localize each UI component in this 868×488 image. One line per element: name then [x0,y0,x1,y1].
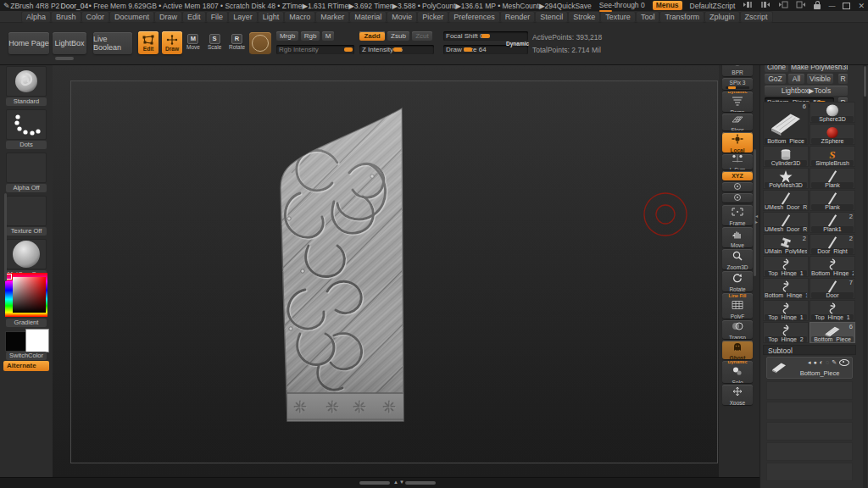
tool-grid-item-umesh_door_rig[interactable]: UMesh_Door_Rig [763,190,809,211]
left-shelf-scrollbar[interactable] [4,193,7,281]
menu-stencil[interactable]: Stencil [536,12,567,22]
tool-palette-scrollbar[interactable] [863,24,867,488]
edit-mode-button[interactable]: Edit [138,31,159,54]
lock-icon[interactable] [814,4,821,9]
dynamic-toggle[interactable]: Dynamic [506,41,529,47]
draw-mode-button[interactable]: Draw [162,31,182,54]
menu-zplugin[interactable]: Zplugin [705,12,739,22]
close-button[interactable]: ✕ [858,2,865,10]
default-zscript-button[interactable]: DefaultZScript [690,2,736,10]
menu-marker[interactable]: Marker [316,12,348,22]
current-brush-preview[interactable] [249,32,271,54]
subtool-empty-slot[interactable] [766,442,853,461]
focal-shift-slider[interactable]: Focal Shift 0 [443,31,528,41]
minimize-button[interactable]: — [828,2,835,10]
solo-button[interactable]: DynamicSolo [722,361,753,383]
zadd-button[interactable]: Zadd [359,31,385,41]
tray-arrows-icon[interactable]: ▲▼ [393,480,405,485]
right-shelf-scrollbar[interactable] [754,149,756,276]
divider-left-icon[interactable] [778,1,788,10]
subtool-item[interactable]: ◂ ● ◐ ◌ ✎ Bottom_Piece [766,357,853,379]
menu-draw[interactable]: Draw [155,12,181,22]
menu-picker[interactable]: Picker [418,12,448,22]
xpose-button[interactable]: Xpose [722,385,753,405]
tool-grid-item-bottom_piece[interactable]: 6Bottom_Piece [810,322,855,343]
draw-size-knob[interactable] [464,47,472,52]
zoom3d-button[interactable]: Zoom3D [722,249,753,269]
l-sym-button[interactable]: L.Sym [722,154,753,169]
scale-mode-button[interactable]: S Scale [208,34,221,50]
polypaint-half-icon[interactable]: ◐ [820,359,823,366]
rotate-mode-button[interactable]: R Rotate [229,34,245,50]
move-mode-button[interactable]: M Move [186,34,200,50]
goz-visible-button[interactable]: Visible [807,74,833,84]
rgb-intensity-knob[interactable] [344,47,353,52]
gradient-label[interactable]: Gradient [6,319,47,327]
quicksave-button[interactable]: QuickSave [557,2,592,10]
menu-transform[interactable]: Transform [660,12,704,22]
floor-button[interactable]: Floor [722,114,753,130]
sidebar-item-standard[interactable]: Standard [6,66,47,106]
color-picker[interactable] [5,273,47,317]
menu-color[interactable]: Color [82,12,109,22]
maximize-button[interactable] [843,3,850,9]
xyz-button[interactable]: XYZ [722,171,753,180]
tool-grid-item-bottom_piece[interactable]: 6Bottom_Piece [763,102,809,145]
tool-grid-item-top_hinge_2[interactable]: Top_Hinge_2 [763,322,809,343]
tool-grid-item-cylinder3d[interactable]: Cylinder3D [763,146,809,167]
tool-grid-item-polymesh3d[interactable]: PolyMesh3D [763,168,809,189]
menu-movie[interactable]: Movie [387,12,416,22]
switch-color-label[interactable]: SwitchColor [6,352,47,360]
menu-layer[interactable]: Layer [229,12,257,22]
tray-handle-right[interactable] [405,481,436,485]
edit-pen-icon[interactable]: ✎ [832,359,837,366]
zsub-button[interactable]: Zsub [387,31,409,41]
menu-material[interactable]: Material [350,12,386,22]
lightbox-tray-handle[interactable] [55,57,74,60]
sidebar-item-dots[interactable]: Dots [6,109,47,149]
menus-toggle-button[interactable]: Menus [653,1,682,10]
tool-grid-item-zsphere[interactable]: ZSphere [810,124,855,145]
alternate-button[interactable]: Alternate [3,361,49,371]
goz-all-button[interactable]: All [788,74,804,84]
menu-texture[interactable]: Texture [601,12,635,22]
zcut-button[interactable]: Zcut [412,31,432,41]
home-page-button[interactable]: Home Page [8,32,49,54]
tray-handle-left[interactable] [359,481,390,485]
transp-button[interactable]: Transp [722,320,753,339]
z-intensity-slider[interactable]: Z Intensity 25 [359,45,434,54]
subtool-empty-slot[interactable] [766,463,853,481]
goz-button[interactable]: GoZ [765,74,786,84]
menu-file[interactable]: File [207,12,228,22]
tool-grid-item-door_right[interactable]: 2Door_Right [810,234,855,255]
frame-button[interactable]: Frame [722,205,753,225]
sidebar-item-alpha-off[interactable]: Alpha Off [6,152,47,192]
z-intensity-knob[interactable] [393,47,402,52]
color-sv-area[interactable] [13,277,46,313]
polypaint-on-icon[interactable]: ● [813,359,816,366]
m-button[interactable]: M [322,31,334,41]
spix-3-button[interactable]: SPix 3 [722,78,753,90]
tool-grid-item-plank[interactable]: Plank [810,190,855,211]
menu-document[interactable]: Document [110,12,153,22]
local-button[interactable]: Local [722,132,753,152]
ghost-button[interactable]: Ghost [722,341,753,359]
focal-shift-knob[interactable] [481,34,490,38]
tool-grid-item-door[interactable]: 7Door [810,278,855,299]
document-canvas[interactable] [53,64,719,477]
menu-alpha[interactable]: Alpha [22,12,50,22]
subtool-header[interactable]: Subtool [763,345,856,355]
goz-r-button[interactable]: R [838,74,848,84]
tool-grid-item-top_hinge_1[interactable]: Top_Hinge_1 [763,300,809,321]
persp-button[interactable]: DynamicPersp [722,92,753,112]
tool-grid-item-umain_polymesh[interactable]: 2UMain_PolyMesh [763,234,809,255]
subtool-empty-slot[interactable] [766,381,853,400]
polyf-button[interactable]: Line FillPolyF [722,293,753,319]
tool-grid-item-sphere3d[interactable]: Sphere3D [810,102,855,123]
menu-preferences[interactable]: Preferences [449,12,499,22]
lightbox-button[interactable]: LightBox [53,32,86,54]
tool-grid-item-bottom_hinge_1[interactable]: Bottom_Hinge_1 [763,278,809,299]
tool-grid-item-top_hinge_1[interactable]: Top_Hinge_1 [810,300,855,321]
menu-zscript[interactable]: Zscript [741,12,772,22]
tool-grid-item-simplebrush[interactable]: SSimpleBrush [810,146,855,167]
